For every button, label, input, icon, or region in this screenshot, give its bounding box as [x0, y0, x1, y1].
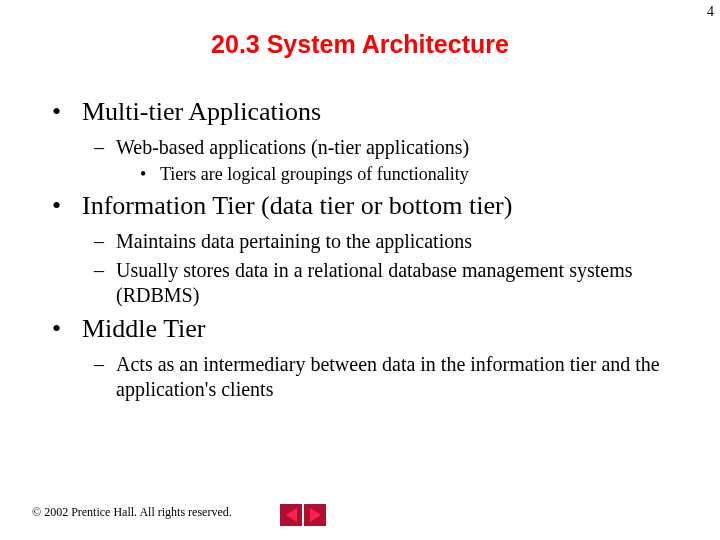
prev-button[interactable]: [280, 504, 302, 526]
bullet-text: Tiers are logical groupings of functiona…: [160, 164, 469, 185]
bullet-text: Usually stores data in a relational data…: [116, 258, 670, 308]
bullet-text: Acts as an intermediary between data in …: [116, 352, 670, 402]
dash-marker: –: [94, 258, 116, 308]
next-button[interactable]: [304, 504, 326, 526]
bullet-marker: •: [52, 314, 82, 344]
bullet-text: Multi-tier Applications: [82, 97, 321, 127]
bullet-level-2: – Acts as an intermediary between data i…: [94, 352, 670, 402]
footer-text: 2002 Prentice Hall. All rights reserved.: [44, 505, 232, 520]
slide-title: 20.3 System Architecture: [0, 30, 720, 59]
slide-number: 4: [707, 4, 714, 20]
slide-content: • Multi-tier Applications – Web-based ap…: [0, 97, 720, 402]
triangle-right-icon: [310, 508, 321, 522]
bullet-level-1: • Information Tier (data tier or bottom …: [52, 191, 670, 221]
dash-marker: –: [94, 135, 116, 160]
dash-marker: –: [94, 229, 116, 254]
bullet-level-1: • Multi-tier Applications: [52, 97, 670, 127]
bullet-marker: •: [52, 191, 82, 221]
bullet-level-2: – Maintains data pertaining to the appli…: [94, 229, 670, 254]
dash-marker: –: [94, 352, 116, 402]
bullet-text: Maintains data pertaining to the applica…: [116, 229, 472, 254]
bullet-level-1: • Middle Tier: [52, 314, 670, 344]
bullet-marker: •: [52, 97, 82, 127]
bullet-level-2: – Usually stores data in a relational da…: [94, 258, 670, 308]
footer: © 2002 Prentice Hall. All rights reserve…: [32, 505, 232, 520]
nav-buttons: [280, 504, 326, 526]
bullet-text: Middle Tier: [82, 314, 206, 344]
triangle-left-icon: [286, 508, 297, 522]
bullet-level-3: • Tiers are logical groupings of functio…: [140, 164, 670, 185]
copyright-icon: ©: [32, 505, 41, 520]
bullet-marker: •: [140, 164, 160, 185]
bullet-level-2: – Web-based applications (n-tier applica…: [94, 135, 670, 160]
bullet-text: Information Tier (data tier or bottom ti…: [82, 191, 512, 221]
bullet-text: Web-based applications (n-tier applicati…: [116, 135, 469, 160]
